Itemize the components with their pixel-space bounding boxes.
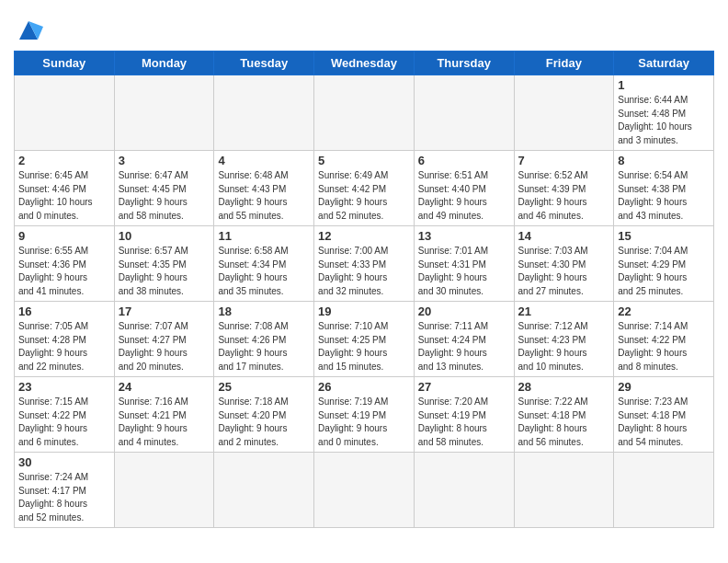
day-info: Sunrise: 7:11 AM Sunset: 4:24 PM Dayligh…	[418, 320, 510, 373]
day-number: 9	[18, 229, 110, 243]
calendar-cell	[314, 453, 415, 528]
calendar-cell: 18Sunrise: 7:08 AM Sunset: 4:26 PM Dayli…	[214, 302, 314, 377]
calendar-cell: 20Sunrise: 7:11 AM Sunset: 4:24 PM Dayli…	[414, 302, 514, 377]
day-info: Sunrise: 6:51 AM Sunset: 4:40 PM Dayligh…	[418, 169, 510, 223]
calendar-cell: 16Sunrise: 7:05 AM Sunset: 4:28 PM Dayli…	[15, 302, 115, 377]
weekday-tuesday: Tuesday	[214, 52, 314, 75]
day-number: 15	[618, 229, 710, 243]
calendar-cell: 5Sunrise: 6:49 AM Sunset: 4:42 PM Daylig…	[314, 151, 415, 226]
weekday-wednesday: Wednesday	[314, 52, 415, 75]
week-row-5: 30Sunrise: 7:24 AM Sunset: 4:17 PM Dayli…	[15, 453, 714, 528]
calendar-cell: 19Sunrise: 7:10 AM Sunset: 4:25 PM Dayli…	[314, 302, 415, 377]
day-number: 29	[618, 380, 710, 394]
logo-icon	[14, 14, 43, 43]
day-number: 28	[518, 380, 610, 394]
weekday-sunday: Sunday	[15, 52, 115, 75]
day-number: 13	[418, 229, 510, 243]
day-info: Sunrise: 6:54 AM Sunset: 4:38 PM Dayligh…	[618, 169, 710, 223]
day-number: 5	[318, 154, 410, 167]
calendar-cell: 11Sunrise: 6:58 AM Sunset: 4:34 PM Dayli…	[214, 226, 314, 302]
day-info: Sunrise: 7:22 AM Sunset: 4:18 PM Dayligh…	[518, 396, 610, 449]
calendar-cell: 7Sunrise: 6:52 AM Sunset: 4:39 PM Daylig…	[514, 151, 614, 226]
day-number: 14	[518, 229, 610, 243]
day-info: Sunrise: 6:55 AM Sunset: 4:36 PM Dayligh…	[18, 245, 110, 298]
day-info: Sunrise: 7:10 AM Sunset: 4:25 PM Dayligh…	[318, 320, 410, 373]
calendar-cell	[414, 453, 514, 528]
calendar-cell: 12Sunrise: 7:00 AM Sunset: 4:33 PM Dayli…	[314, 226, 415, 302]
week-row-1: 2Sunrise: 6:45 AM Sunset: 4:46 PM Daylig…	[15, 151, 714, 226]
day-number: 23	[18, 380, 110, 394]
day-number: 4	[218, 154, 310, 167]
day-info: Sunrise: 7:08 AM Sunset: 4:26 PM Dayligh…	[218, 320, 310, 373]
day-number: 6	[418, 154, 510, 167]
logo	[14, 14, 43, 43]
calendar-cell: 28Sunrise: 7:22 AM Sunset: 4:18 PM Dayli…	[514, 377, 614, 453]
day-info: Sunrise: 7:07 AM Sunset: 4:27 PM Dayligh…	[119, 320, 210, 373]
calendar-cell: 14Sunrise: 7:03 AM Sunset: 4:30 PM Dayli…	[514, 226, 614, 302]
day-info: Sunrise: 6:44 AM Sunset: 4:48 PM Dayligh…	[618, 94, 710, 147]
day-info: Sunrise: 6:58 AM Sunset: 4:34 PM Dayligh…	[218, 245, 310, 298]
week-row-4: 23Sunrise: 7:15 AM Sunset: 4:22 PM Dayli…	[15, 377, 714, 453]
calendar-cell: 22Sunrise: 7:14 AM Sunset: 4:22 PM Dayli…	[614, 302, 714, 377]
calendar-cell	[514, 453, 614, 528]
day-number: 25	[218, 380, 310, 394]
page: SundayMondayTuesdayWednesdayThursdayFrid…	[0, 0, 728, 537]
day-number: 3	[119, 154, 210, 167]
calendar-cell: 4Sunrise: 6:48 AM Sunset: 4:43 PM Daylig…	[214, 151, 314, 226]
header	[14, 9, 714, 43]
calendar-table: SundayMondayTuesdayWednesdayThursdayFrid…	[14, 51, 714, 528]
day-info: Sunrise: 7:16 AM Sunset: 4:21 PM Dayligh…	[119, 396, 210, 449]
calendar-cell: 9Sunrise: 6:55 AM Sunset: 4:36 PM Daylig…	[15, 226, 115, 302]
week-row-3: 16Sunrise: 7:05 AM Sunset: 4:28 PM Dayli…	[15, 302, 714, 377]
calendar-cell	[114, 453, 214, 528]
day-number: 16	[18, 304, 110, 318]
calendar-cell: 15Sunrise: 7:04 AM Sunset: 4:29 PM Dayli…	[614, 226, 714, 302]
day-info: Sunrise: 6:47 AM Sunset: 4:45 PM Dayligh…	[119, 169, 210, 223]
day-info: Sunrise: 7:00 AM Sunset: 4:33 PM Dayligh…	[318, 245, 410, 298]
day-number: 8	[618, 154, 710, 167]
week-row-0: 1Sunrise: 6:44 AM Sunset: 4:48 PM Daylig…	[15, 75, 714, 151]
day-info: Sunrise: 7:15 AM Sunset: 4:22 PM Dayligh…	[18, 396, 110, 449]
day-info: Sunrise: 7:14 AM Sunset: 4:22 PM Dayligh…	[618, 320, 710, 373]
calendar-cell	[214, 453, 314, 528]
calendar-cell	[114, 75, 214, 151]
day-number: 24	[119, 380, 210, 394]
calendar-cell: 26Sunrise: 7:19 AM Sunset: 4:19 PM Dayli…	[314, 377, 415, 453]
day-number: 27	[418, 380, 510, 394]
day-number: 7	[518, 154, 610, 167]
day-number: 26	[318, 380, 410, 394]
weekday-header-row: SundayMondayTuesdayWednesdayThursdayFrid…	[15, 52, 714, 75]
weekday-monday: Monday	[114, 52, 214, 75]
day-number: 30	[18, 455, 110, 469]
calendar-cell: 10Sunrise: 6:57 AM Sunset: 4:35 PM Dayli…	[114, 226, 214, 302]
weekday-saturday: Saturday	[614, 52, 714, 75]
day-info: Sunrise: 6:57 AM Sunset: 4:35 PM Dayligh…	[119, 245, 210, 298]
week-row-2: 9Sunrise: 6:55 AM Sunset: 4:36 PM Daylig…	[15, 226, 714, 302]
day-number: 10	[119, 229, 210, 243]
calendar-cell: 27Sunrise: 7:20 AM Sunset: 4:19 PM Dayli…	[414, 377, 514, 453]
day-info: Sunrise: 6:45 AM Sunset: 4:46 PM Dayligh…	[18, 169, 110, 223]
calendar-cell	[314, 75, 415, 151]
calendar-cell: 6Sunrise: 6:51 AM Sunset: 4:40 PM Daylig…	[414, 151, 514, 226]
day-info: Sunrise: 7:04 AM Sunset: 4:29 PM Dayligh…	[618, 245, 710, 298]
day-number: 1	[618, 78, 710, 92]
day-number: 20	[418, 304, 510, 318]
day-number: 2	[18, 154, 110, 167]
day-info: Sunrise: 7:12 AM Sunset: 4:23 PM Dayligh…	[518, 320, 610, 373]
calendar-cell: 23Sunrise: 7:15 AM Sunset: 4:22 PM Dayli…	[15, 377, 115, 453]
weekday-friday: Friday	[514, 52, 614, 75]
day-number: 22	[618, 304, 710, 318]
day-info: Sunrise: 7:05 AM Sunset: 4:28 PM Dayligh…	[18, 320, 110, 373]
day-info: Sunrise: 7:01 AM Sunset: 4:31 PM Dayligh…	[418, 245, 510, 298]
calendar-cell	[214, 75, 314, 151]
calendar-cell	[414, 75, 514, 151]
calendar-cell: 17Sunrise: 7:07 AM Sunset: 4:27 PM Dayli…	[114, 302, 214, 377]
day-number: 12	[318, 229, 410, 243]
day-number: 11	[218, 229, 310, 243]
day-info: Sunrise: 7:24 AM Sunset: 4:17 PM Dayligh…	[18, 471, 110, 524]
day-info: Sunrise: 7:19 AM Sunset: 4:19 PM Dayligh…	[318, 396, 410, 449]
calendar-cell: 8Sunrise: 6:54 AM Sunset: 4:38 PM Daylig…	[614, 151, 714, 226]
day-number: 21	[518, 304, 610, 318]
calendar-cell: 24Sunrise: 7:16 AM Sunset: 4:21 PM Dayli…	[114, 377, 214, 453]
day-number: 19	[318, 304, 410, 318]
